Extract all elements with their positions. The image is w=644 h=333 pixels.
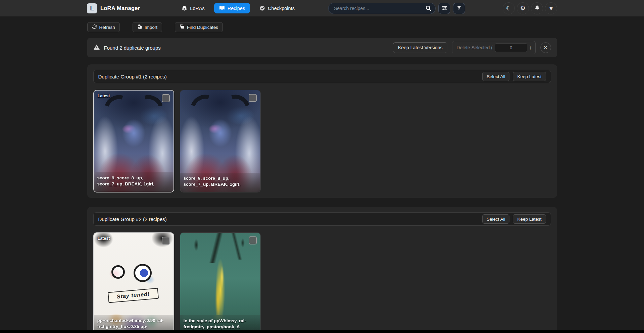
notifications-button[interactable] bbox=[531, 2, 543, 14]
layers-icon bbox=[182, 5, 187, 11]
warning-icon bbox=[93, 44, 100, 52]
import-icon bbox=[137, 24, 142, 30]
filter-button[interactable] bbox=[453, 3, 465, 14]
nav-tab-loras[interactable]: LoRAs bbox=[180, 3, 206, 13]
import-label: Import bbox=[145, 25, 157, 30]
group-1-header: Duplicate Group #1 (2 recipes) Select Al… bbox=[93, 70, 551, 83]
settings-button[interactable]: ⚙ bbox=[517, 2, 529, 14]
recipe-card[interactable]: score_9, score_8_up, score_7_up, BREAK, … bbox=[180, 90, 261, 192]
recipes-toolbar: Refresh Import Find Duplicates bbox=[87, 22, 557, 32]
group-2-header: Duplicate Group #2 (2 recipes) Select Al… bbox=[93, 212, 551, 226]
lora-manager-app: L LoRA Manager LoRAs Recipes Checkpoi bbox=[0, 0, 644, 333]
top-navigation-bar: L LoRA Manager LoRAs Recipes Checkpoi bbox=[0, 0, 644, 16]
duplicate-group-1: Duplicate Group #1 (2 recipes) Select Al… bbox=[87, 64, 557, 198]
delete-selected-button[interactable]: Delete Selected ( ) bbox=[452, 41, 535, 54]
nav-tab-checkpoints[interactable]: Checkpoints bbox=[258, 3, 296, 13]
app-logo-icon: L bbox=[87, 3, 97, 13]
group-title: Duplicate Group #2 (2 recipes) bbox=[98, 216, 167, 222]
recipe-card[interactable]: in the style of ppWhimsy, ral-frctlgmtry… bbox=[180, 232, 261, 333]
recipe-card[interactable]: Latest score_9, score_8_up, score_7_up, … bbox=[93, 90, 174, 192]
delete-selected-suffix: ) bbox=[530, 45, 531, 50]
bell-icon bbox=[534, 5, 540, 12]
find-duplicates-button[interactable]: Find Duplicates bbox=[175, 22, 223, 32]
search-area bbox=[328, 3, 436, 14]
refresh-label: Refresh bbox=[99, 25, 115, 30]
recipe-select-checkbox[interactable] bbox=[162, 94, 170, 102]
select-all-button[interactable]: Select All bbox=[482, 214, 510, 224]
app-title: LoRA Manager bbox=[100, 5, 140, 11]
nav-tab-recipes[interactable]: Recipes bbox=[214, 3, 250, 13]
nav-tab-label: Recipes bbox=[228, 6, 245, 11]
main-nav: LoRAs Recipes Checkpoints bbox=[180, 3, 296, 13]
banner-message-area: Found 2 duplicate groups bbox=[93, 44, 161, 52]
keep-latest-versions-button[interactable]: Keep Latest Versions bbox=[393, 42, 447, 53]
book-icon bbox=[219, 5, 225, 11]
viewport-bottom-strip bbox=[0, 330, 644, 333]
support-button[interactable]: ♥ bbox=[545, 2, 557, 14]
select-all-button[interactable]: Select All bbox=[482, 72, 510, 81]
group-actions: Select All Keep Latest bbox=[482, 214, 546, 224]
header-action-cluster: ☾ ⚙ ♥ bbox=[503, 2, 557, 14]
refresh-icon bbox=[92, 24, 97, 30]
recipe-caption: score_9, score_8_up, score_7_up, BREAK, … bbox=[94, 172, 174, 192]
gear-icon: ⚙ bbox=[520, 5, 526, 11]
banner-actions: Keep Latest Versions Delete Selected ( )… bbox=[393, 41, 551, 54]
duplicates-icon bbox=[180, 24, 185, 30]
close-icon[interactable]: ✕ bbox=[540, 42, 551, 53]
nav-tab-label: LoRAs bbox=[190, 6, 205, 11]
moon-icon: ☾ bbox=[506, 5, 511, 11]
main-content: Refresh Import Find Duplicates bbox=[87, 22, 557, 333]
recipe-card[interactable]: Stay tuned! Latest pp-enchanted-whimsy:0… bbox=[93, 232, 174, 333]
heart-icon: ♥ bbox=[549, 5, 553, 11]
theme-toggle-button[interactable]: ☾ bbox=[503, 2, 515, 14]
nav-tab-label: Checkpoints bbox=[268, 6, 295, 11]
recipe-caption: score_9, score_8_up, score_7_up, BREAK, … bbox=[180, 173, 260, 192]
group-1-cards: Latest score_9, score_8_up, score_7_up, … bbox=[93, 90, 551, 192]
delete-selected-prefix: Delete Selected ( bbox=[456, 45, 492, 50]
latest-badge: Latest bbox=[98, 94, 110, 98]
recipe-select-checkbox[interactable] bbox=[249, 94, 257, 102]
keep-latest-button[interactable]: Keep Latest bbox=[513, 214, 546, 224]
banner-message: Found 2 duplicate groups bbox=[104, 45, 161, 51]
group-2-cards: Stay tuned! Latest pp-enchanted-whimsy:0… bbox=[93, 232, 551, 333]
latest-badge: Latest bbox=[98, 236, 110, 241]
sort-options-button[interactable] bbox=[438, 3, 450, 14]
recipe-select-checkbox[interactable] bbox=[162, 237, 170, 245]
find-duplicates-label: Find Duplicates bbox=[187, 25, 218, 30]
sliders-icon bbox=[442, 5, 447, 12]
check-circle-icon bbox=[259, 5, 265, 11]
search-input[interactable] bbox=[328, 3, 436, 14]
funnel-icon bbox=[456, 5, 462, 11]
duplicates-banner: Found 2 duplicate groups Keep Latest Ver… bbox=[87, 38, 557, 57]
brand[interactable]: L LoRA Manager bbox=[87, 3, 140, 13]
recipe-select-checkbox[interactable] bbox=[249, 236, 257, 244]
group-title: Duplicate Group #1 (2 recipes) bbox=[98, 74, 167, 79]
search-icon[interactable] bbox=[425, 5, 432, 12]
group-actions: Select All Keep Latest bbox=[482, 72, 546, 81]
refresh-button[interactable]: Refresh bbox=[87, 22, 120, 32]
keep-latest-button[interactable]: Keep Latest bbox=[513, 72, 546, 81]
import-button[interactable]: Import bbox=[133, 22, 162, 32]
delete-count-input[interactable] bbox=[495, 43, 527, 52]
duplicate-group-2: Duplicate Group #2 (2 recipes) Select Al… bbox=[87, 207, 557, 333]
